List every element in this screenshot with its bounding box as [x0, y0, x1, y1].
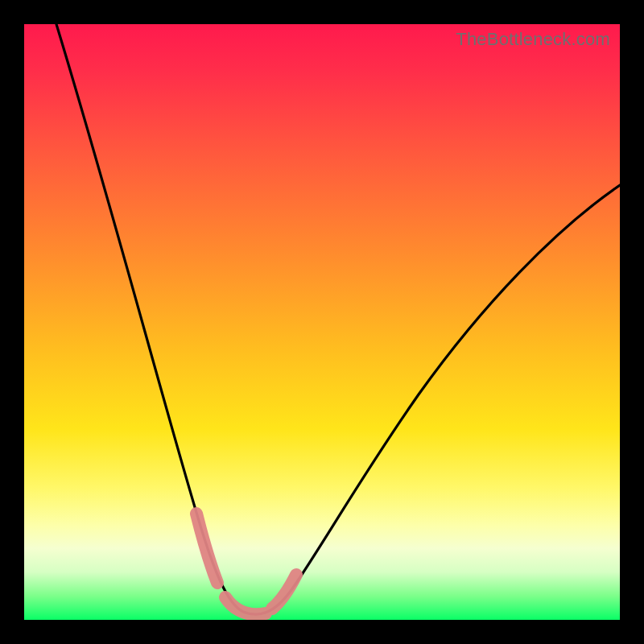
chart-frame: TheBottleneck.com	[0, 0, 644, 644]
curve-path	[56, 24, 620, 614]
valley-highlight	[196, 514, 296, 614]
plot-area: TheBottleneck.com	[24, 24, 620, 620]
bottleneck-curve	[24, 24, 620, 620]
